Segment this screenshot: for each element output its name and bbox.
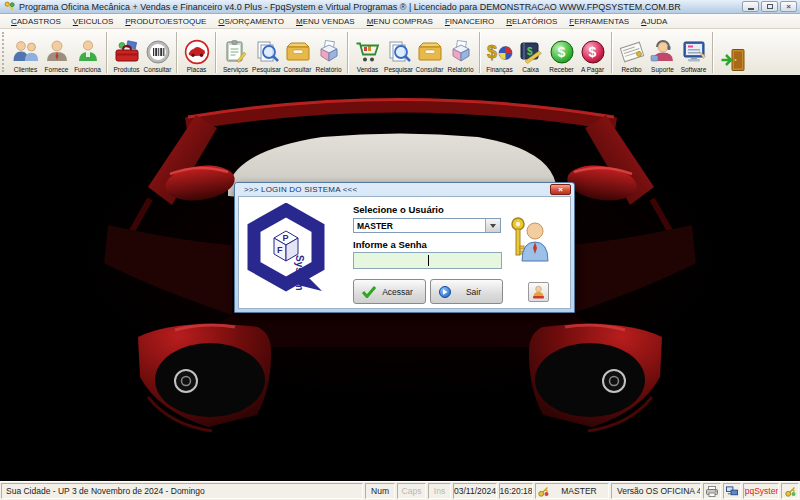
statusbar-printer-button[interactable] xyxy=(703,483,721,499)
login-dialog-titlebar[interactable]: >>> LOGIN DO SISTEMA <<< × xyxy=(235,183,574,196)
toolbar-separator xyxy=(347,32,349,73)
menu-ferramentas[interactable]: FERRAMENTAS xyxy=(563,15,635,28)
fpqsystem-logo: P F System xyxy=(244,203,328,299)
menu-os-orcamento[interactable]: OS/ORÇAMENTO xyxy=(212,15,290,28)
key-icon xyxy=(785,486,796,497)
toolbar-button-consultar-vendas[interactable]: Consultar xyxy=(414,32,445,74)
toolbar-button-vendas[interactable]: Vendas xyxy=(352,32,383,74)
exit-door-icon xyxy=(719,47,747,74)
key-icon xyxy=(538,486,549,497)
toolbar-button-produtos[interactable]: Produtos xyxy=(111,32,142,74)
toolbar-grip xyxy=(2,32,8,72)
barcode-icon xyxy=(144,39,172,66)
change-password-button[interactable] xyxy=(528,282,549,302)
menubar: CADASTROS VEICULOS PRODUTO/ESTOQUE OS/OR… xyxy=(0,14,800,29)
supplier-icon xyxy=(43,39,71,66)
access-button[interactable]: Acessar xyxy=(353,279,426,304)
toolbar-button-sair[interactable] xyxy=(717,32,748,74)
user-label: Selecione o Usuário xyxy=(353,204,444,215)
logo-system-text: System xyxy=(294,255,305,291)
menu-produto-estoque[interactable]: PRODUTO/ESTOQUE xyxy=(119,15,212,28)
toolbar-button-software[interactable]: Software xyxy=(678,32,709,74)
toolbar-button-financas[interactable]: $ Finanças xyxy=(484,32,515,74)
toolbar-button-a-pagar[interactable]: $ A Pagar xyxy=(577,32,608,74)
toolbar: Clientes Fornece Funciona Produtos Consu… xyxy=(0,29,800,76)
toolbar-button-pesquisar-vendas[interactable]: Pesquisar xyxy=(383,32,414,74)
statusbar-network-button[interactable] xyxy=(723,483,741,499)
toolbar-button-consultar-os[interactable]: Consultar xyxy=(282,32,313,74)
menu-ajuda[interactable]: AJUDA xyxy=(635,15,673,28)
minimize-icon xyxy=(748,8,754,10)
dropdown-button[interactable] xyxy=(485,219,500,232)
receipt-icon xyxy=(618,39,646,66)
toolbar-button-funcionarios[interactable]: Funciona xyxy=(72,32,103,74)
logo-letter-f: F xyxy=(277,245,283,255)
receive-dollar-icon: $ xyxy=(548,39,576,66)
statusbar-date: 03/11/2024 xyxy=(453,483,497,499)
search-icon xyxy=(253,39,281,66)
password-input[interactable] xyxy=(353,252,502,269)
toolbar-separator xyxy=(479,32,481,73)
chevron-down-icon xyxy=(490,224,496,228)
menu-relatorios[interactable]: RELATÓRIOS xyxy=(500,15,563,28)
menu-compras[interactable]: MENU COMPRAS xyxy=(361,15,439,28)
login-dialog-close-button[interactable]: × xyxy=(550,184,571,195)
menu-vendas[interactable]: MENU VENDAS xyxy=(290,15,361,28)
finance-icon: $ xyxy=(486,39,514,66)
clients-icon xyxy=(12,39,40,66)
toolbar-separator xyxy=(106,32,108,73)
user-stamp-icon xyxy=(532,285,545,299)
search-icon xyxy=(385,39,413,66)
close-window-button[interactable]: × xyxy=(780,1,797,12)
password-label: Informe a Senha xyxy=(353,239,427,250)
services-clipboard-icon xyxy=(222,39,250,66)
software-icon xyxy=(680,39,708,66)
check-icon xyxy=(362,286,376,298)
toolbar-button-placas[interactable]: Placas xyxy=(181,32,212,74)
statusbar-num-lock: Num xyxy=(365,483,395,499)
report-icon xyxy=(447,39,475,66)
toolbar-button-receber[interactable]: $ Receber xyxy=(546,32,577,74)
cart-icon xyxy=(354,39,382,66)
statusbar-brand: FpqSystem xyxy=(743,483,779,499)
restore-icon xyxy=(767,4,773,9)
drawer-icon xyxy=(284,39,312,66)
toolbar-button-servicos[interactable]: Serviços xyxy=(220,32,251,74)
statusbar-key-button[interactable] xyxy=(781,483,799,499)
user-select-value: MASTER xyxy=(354,221,485,231)
window-title: Programa Oficina Mecânica + Vendas e Fin… xyxy=(19,2,738,12)
statusbar-location: Sua Cidade - UP 3 de Novembro de 2024 - … xyxy=(1,483,363,499)
key-user-icon xyxy=(508,214,550,262)
statusbar-time: 16:20:18 xyxy=(499,483,533,499)
network-computers-icon xyxy=(726,486,738,497)
toolbar-button-consultar-produtos[interactable]: Consultar xyxy=(142,32,173,74)
toolbar-button-pesquisar-os[interactable]: Pesquisar xyxy=(251,32,282,74)
restore-button[interactable] xyxy=(761,1,778,12)
toolbar-button-relatorio-vendas[interactable]: Relatório xyxy=(445,32,476,74)
toolbar-button-suporte[interactable]: Suporte xyxy=(647,32,678,74)
report-icon xyxy=(315,39,343,66)
menu-financeiro[interactable]: FINANCEIRO xyxy=(439,15,500,28)
toolbar-button-clientes[interactable]: Clientes xyxy=(10,32,41,74)
toolbar-button-fornecedores[interactable]: Fornece xyxy=(41,32,72,74)
toolbar-separator xyxy=(712,32,714,73)
logo-letter-p: P xyxy=(283,233,289,243)
printer-icon xyxy=(706,486,718,497)
menu-veiculos[interactable]: VEICULOS xyxy=(67,15,119,28)
support-icon xyxy=(649,39,677,66)
minimize-button[interactable] xyxy=(742,1,759,12)
svg-text:$: $ xyxy=(588,44,596,60)
toolbar-button-relatorio-os[interactable]: Relatório xyxy=(313,32,344,74)
text-caret xyxy=(428,255,429,266)
svg-text:$: $ xyxy=(487,42,497,62)
exit-button[interactable]: Sair xyxy=(430,279,503,304)
titlebar: Programa Oficina Mecânica + Vendas e Fin… xyxy=(0,0,800,14)
cashbook-icon: $ xyxy=(517,39,545,66)
drawer-icon xyxy=(416,39,444,66)
menu-cadastros[interactable]: CADASTROS xyxy=(5,15,67,28)
toolbar-button-caixa[interactable]: $ Caixa xyxy=(515,32,546,74)
statusbar-user: MASTER xyxy=(535,483,609,499)
user-select[interactable]: MASTER xyxy=(353,218,501,233)
login-dialog: >>> LOGIN DO SISTEMA <<< × P F System Se… xyxy=(234,182,575,313)
toolbar-button-recibo[interactable]: Recibo xyxy=(616,32,647,74)
